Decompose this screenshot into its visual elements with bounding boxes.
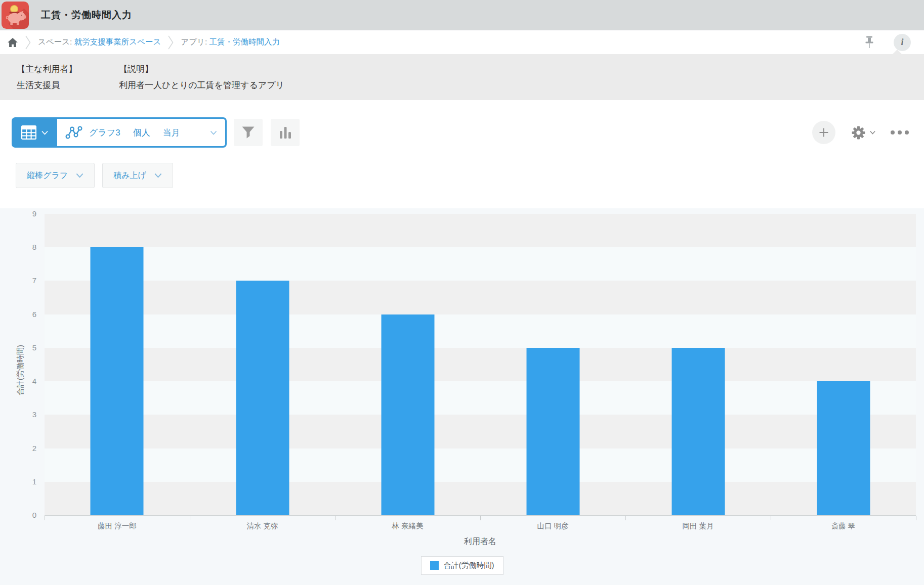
x-tick-mark [625, 516, 626, 520]
grid-band [45, 448, 916, 482]
y-tick-label: 2 [32, 444, 36, 453]
x-tick-label: 林 奈緒美 [392, 521, 423, 531]
info-description-value: 利用者一人ひとりの工賃を管理するアプリ [119, 79, 284, 91]
breadcrumb-space: スペース: 就労支援事業所スペース [38, 37, 161, 48]
x-tick-label: 清水 克弥 [246, 521, 278, 531]
bar-斎藤 翠 [817, 381, 870, 515]
legend-swatch [430, 561, 439, 570]
home-icon[interactable] [7, 37, 18, 48]
breadcrumb-space-link[interactable]: 就労支援事業所スペース [74, 37, 161, 46]
app-header: 工賃・労働時間入力 [0, 0, 924, 30]
x-tick-mark [190, 516, 190, 520]
graph-selector[interactable]: グラフ3 個人 当月 [57, 119, 225, 146]
y-tick-label: 6 [32, 310, 36, 319]
bar-藤田 淳一郎 [91, 247, 144, 515]
breadcrumb-app-link[interactable]: 工賃・労働時間入力 [209, 37, 280, 46]
legend-label: 合計(労働時間) [444, 561, 494, 570]
grid-band [45, 214, 916, 247]
x-axis-tick-labels: 藤田 淳一郎清水 克弥林 奈緒美山口 明彦岡田 葉月斎藤 翠 [45, 521, 916, 531]
breadcrumb-app: アプリ: 工賃・労働時間入力 [181, 37, 280, 48]
y-tick-label: 9 [32, 209, 36, 218]
chevron-down-icon [870, 130, 875, 134]
bar-清水 克弥 [236, 281, 289, 515]
piggy-bank-app-icon [2, 2, 29, 29]
filter-button[interactable] [234, 119, 263, 146]
y-tick-label: 4 [32, 377, 36, 385]
bar-山口 明彦 [526, 348, 579, 515]
info-panel-caret [893, 50, 902, 54]
x-tick-mark [335, 516, 335, 520]
x-tick-label: 山口 明彦 [537, 521, 568, 531]
x-axis-line [45, 515, 916, 516]
breadcrumb-app-label: アプリ: [181, 37, 207, 46]
grid-band [45, 348, 916, 381]
info-users-value: 生活支援員 [17, 79, 77, 91]
chevron-down-icon [76, 173, 83, 178]
chart-view-button[interactable] [271, 119, 300, 146]
x-tick-mark [480, 516, 481, 520]
y-tick-label: 1 [32, 477, 36, 486]
view-switcher[interactable]: グラフ3 個人 当月 [12, 117, 227, 148]
chart-legend: 合計(労働時間) [421, 556, 503, 575]
graph-selector-tag: 当月 [163, 127, 180, 139]
ellipsis-icon [891, 130, 909, 134]
bar-chart: 0123456789 合計(労働時間) 藤田 淳一郎清水 克弥林 奈緒美山口 明… [0, 208, 924, 585]
add-graph-button[interactable] [812, 121, 835, 144]
toolbar: グラフ3 個人 当月 [0, 100, 924, 208]
x-tick-mark [45, 516, 45, 520]
bar-岡田 葉月 [671, 348, 725, 515]
grid-band [45, 415, 916, 448]
info-users-heading: 【主な利用者】 [17, 63, 77, 75]
chart-type-dropdown[interactable]: 縦棒グラフ [16, 163, 95, 188]
x-tick-mark [916, 516, 916, 520]
plot-area [45, 214, 916, 515]
info-button[interactable]: i [894, 34, 911, 51]
line-chart-icon [65, 125, 82, 140]
settings-button[interactable] [851, 125, 875, 141]
y-tick-label: 5 [32, 343, 36, 352]
info-icon: i [901, 37, 903, 48]
funnel-icon [241, 126, 255, 139]
grid-band [45, 281, 916, 314]
y-tick-label: 3 [32, 410, 36, 419]
breadcrumb-separator-icon [168, 35, 174, 50]
x-tick-label: 岡田 葉月 [682, 521, 713, 531]
pin-icon[interactable] [864, 36, 874, 49]
grid-band [45, 314, 916, 348]
graph-selector-name: グラフ3 [89, 127, 120, 139]
view-switcher-toggle[interactable] [12, 119, 57, 146]
chevron-down-icon [41, 130, 48, 135]
x-tick-mark [771, 516, 771, 520]
stack-mode-dropdown[interactable]: 積み上げ [102, 163, 173, 188]
chevron-down-icon [154, 173, 162, 178]
x-axis-title: 利用者名 [45, 536, 916, 547]
x-tick-label: 斎藤 翠 [831, 521, 856, 531]
y-tick-label: 8 [32, 243, 36, 251]
x-tick-label: 藤田 淳一郎 [98, 521, 137, 531]
y-tick-label: 0 [32, 511, 36, 519]
breadcrumb-space-label: スペース: [38, 37, 72, 46]
gear-icon [851, 125, 866, 141]
chart-type-label: 縦棒グラフ [27, 170, 68, 181]
table-grid-icon [21, 125, 36, 140]
more-options-button[interactable] [891, 130, 909, 134]
breadcrumb-separator-icon [25, 35, 31, 50]
chevron-down-icon [210, 130, 217, 135]
grid-band [45, 482, 916, 515]
plus-icon [818, 127, 829, 138]
stack-mode-label: 積み上げ [113, 170, 146, 181]
bar-林 奈緒美 [381, 314, 434, 515]
page-title: 工賃・労働時間入力 [41, 9, 132, 22]
grid-band [45, 247, 916, 281]
y-tick-label: 7 [32, 276, 36, 285]
app-info-panel: 【主な利用者】 生活支援員 【説明】 利用者一人ひとりの工賃を管理するアプリ [0, 54, 924, 100]
grid-band [45, 381, 916, 415]
graph-selector-tag: 個人 [133, 127, 150, 139]
breadcrumb: スペース: 就労支援事業所スペース アプリ: 工賃・労働時間入力 i [0, 30, 924, 54]
info-description-heading: 【説明】 [119, 63, 284, 75]
bar-chart-icon [279, 125, 292, 140]
y-axis-title: 合計(労働時間) [16, 345, 25, 395]
